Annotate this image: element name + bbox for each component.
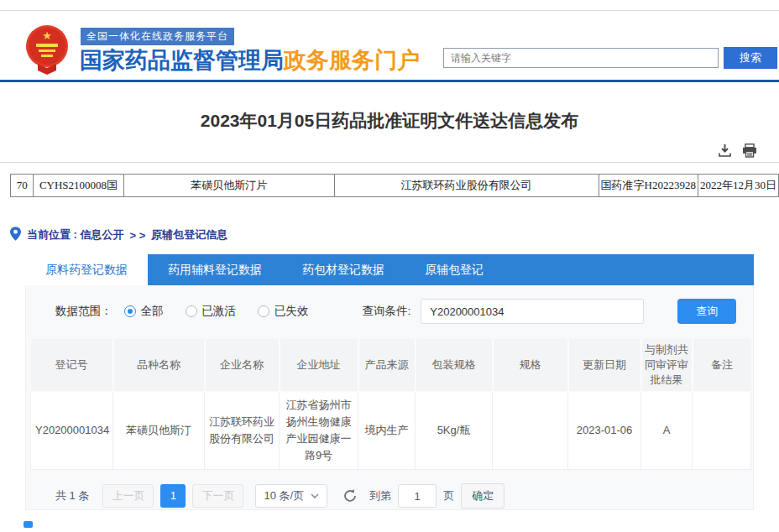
site-name: 国家药品监督管理局 xyxy=(80,48,284,73)
cell-company-address: 江苏省扬州市扬州生物健康产业园健康一路9号 xyxy=(280,392,358,469)
pagination-total: 共 1 条 xyxy=(55,488,89,503)
table-header-row: 登记号 品种名称 企业名称 企业地址 产品来源 包装规格 规格 更新日期 与制剂… xyxy=(31,339,751,392)
doc-row-index: 70 xyxy=(11,175,34,197)
svg-text:★: ★ xyxy=(42,29,52,42)
radio-expired[interactable]: 已失效 xyxy=(258,304,309,319)
cell-remark xyxy=(693,392,751,469)
confirm-button[interactable]: 确定 xyxy=(461,483,505,509)
tab-bar: 原料药登记数据 药用辅料登记数据 药包材登记数据 原辅包登记 xyxy=(25,254,754,285)
tab-excipient-data[interactable]: 药用辅料登记数据 xyxy=(148,254,282,285)
table-row: 70 CYHS2100008国 苯磺贝他斯汀片 江苏联环药业股份有限公司 国药准… xyxy=(11,175,779,197)
radio-activated[interactable]: 已激活 xyxy=(186,304,237,319)
col-product-source: 产品来源 xyxy=(358,339,416,392)
doc-row-approval-no: 国药准字H20223928 xyxy=(599,175,698,197)
filter-row: 数据范围： 全部 已激活 已失效 查询条件: 查询 xyxy=(55,299,740,324)
page-size-select[interactable]: 10 条/页 xyxy=(255,484,327,508)
search-input[interactable] xyxy=(443,48,719,68)
doc-row-drug-name: 苯磺贝他斯汀片 xyxy=(123,175,334,197)
document-table: 70 CYHS2100008国 苯磺贝他斯汀片 江苏联环药业股份有限公司 国药准… xyxy=(10,174,779,197)
title-divider xyxy=(0,162,779,163)
header-divider xyxy=(0,80,779,82)
cell-joint-review-result: A xyxy=(641,392,693,469)
radio-icon[interactable] xyxy=(258,305,269,317)
platform-badge: 全国一体化在线政务服务平台 xyxy=(81,28,234,45)
col-company-name: 企业名称 xyxy=(205,339,280,392)
tab-raw-aux-pack[interactable]: 原辅包登记 xyxy=(405,254,504,285)
col-registration-no: 登记号 xyxy=(31,339,113,392)
col-remark: 备注 xyxy=(693,339,751,392)
next-page-button[interactable]: 下一页 xyxy=(192,484,243,508)
cell-update-date: 2023-01-06 xyxy=(568,392,641,469)
doc-row-acceptance-no: CYHS2100008国 xyxy=(34,175,123,197)
col-company-address: 企业地址 xyxy=(280,339,358,392)
download-icon[interactable] xyxy=(718,143,732,158)
radio-icon[interactable] xyxy=(124,305,136,317)
radio-activated-label: 已激活 xyxy=(202,304,237,319)
print-icon[interactable] xyxy=(742,143,757,158)
doc-row-date: 2022年12月30日 xyxy=(698,175,778,197)
query-button[interactable]: 查询 xyxy=(677,299,736,324)
query-label: 查询条件: xyxy=(363,304,411,319)
col-variety-name: 品种名称 xyxy=(113,339,205,392)
radio-all-label: 全部 xyxy=(141,304,164,319)
top-divider xyxy=(0,10,779,11)
breadcrumb-current[interactable]: 原辅包登记信息 xyxy=(151,227,227,243)
col-joint-review-result: 与制剂共同审评审批结果 xyxy=(641,339,693,392)
site-suffix: 政务服务门户 xyxy=(284,48,420,73)
page-title: 2023年01月05日药品批准证明文件送达信息发布 xyxy=(0,109,779,133)
cell-spec xyxy=(493,392,568,469)
breadcrumb: 当前位置 : 信息公开 > > 原辅包登记信息 xyxy=(10,227,227,243)
registration-table: 登记号 品种名称 企业名称 企业地址 产品来源 包装规格 规格 更新日期 与制剂… xyxy=(30,339,751,470)
national-emblem-logo: ★ xyxy=(24,23,71,79)
breadcrumb-separator: > > xyxy=(130,229,146,242)
query-input[interactable] xyxy=(421,299,644,324)
cell-variety-name: 苯磺贝他斯汀 xyxy=(113,392,205,469)
pagination: 共 1 条 上一页 1 下一页 10 条/页 到第 页 确定 xyxy=(55,483,505,509)
tab-packaging-material-data[interactable]: 药包材登记数据 xyxy=(282,254,405,285)
tab-raw-material-data[interactable]: 原料药登记数据 xyxy=(25,254,148,285)
content-panel: 数据范围： 全部 已激活 已失效 查询条件: 查询 登记号 品种名称 企业名称 … xyxy=(25,285,754,510)
page-size-value: 10 条/页 xyxy=(264,488,304,503)
table-row: Y20200001034 苯磺贝他斯汀 江苏联环药业股份有限公司 江苏省扬州市扬… xyxy=(31,392,751,469)
breadcrumb-prefix: 当前位置 : 信息公开 xyxy=(27,227,124,243)
refresh-icon[interactable] xyxy=(342,488,358,503)
search-button[interactable]: 搜索 xyxy=(724,47,777,69)
scroll-top-partial-element xyxy=(24,521,33,528)
cell-product-source: 境内生产 xyxy=(358,392,416,469)
prev-page-button[interactable]: 上一页 xyxy=(102,484,154,508)
radio-expired-label: 已失效 xyxy=(274,304,309,319)
col-spec: 规格 xyxy=(493,339,568,392)
cell-package-spec: 5Kg/瓶 xyxy=(416,392,493,469)
goto-page-input[interactable] xyxy=(398,484,437,508)
col-update-date: 更新日期 xyxy=(568,339,641,392)
page-number-1[interactable]: 1 xyxy=(160,484,186,508)
cell-registration-no: Y20200001034 xyxy=(31,392,113,469)
goto-label: 到第 xyxy=(369,488,391,503)
doc-row-company: 江苏联环药业股份有限公司 xyxy=(334,175,599,197)
goto-unit: 页 xyxy=(443,488,454,503)
site-title: 国家药品监督管理局政务服务门户 xyxy=(80,45,420,76)
chevron-down-icon xyxy=(311,493,319,498)
location-pin-icon xyxy=(10,227,21,243)
scope-label: 数据范围： xyxy=(55,304,112,319)
cell-company-name: 江苏联环药业股份有限公司 xyxy=(205,392,280,469)
col-package-spec: 包装规格 xyxy=(416,339,493,392)
radio-icon[interactable] xyxy=(186,305,197,317)
radio-all[interactable]: 全部 xyxy=(124,304,164,319)
